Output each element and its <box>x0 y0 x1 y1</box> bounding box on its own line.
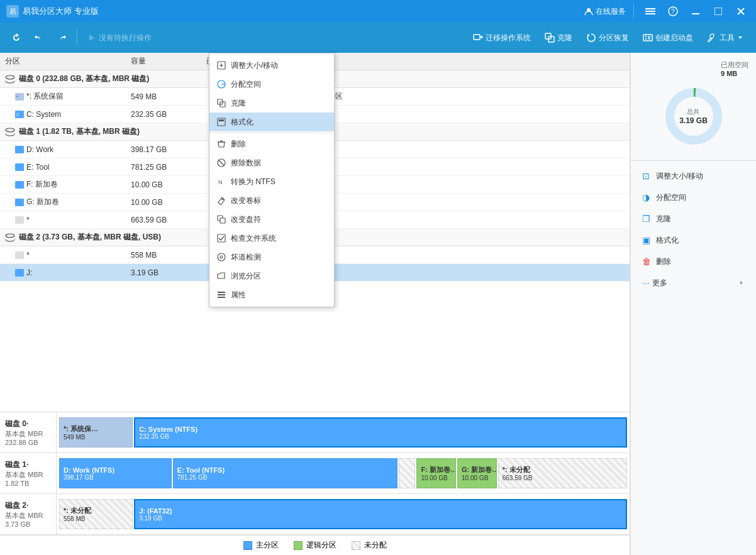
right-format-btn[interactable]: ▣ 格式化 <box>636 230 751 250</box>
svg-marker-12 <box>89 35 94 41</box>
ctx-clone[interactable]: 克隆 <box>209 94 334 113</box>
menu-btn[interactable] <box>642 3 659 20</box>
ctx-check-fs[interactable]: 检查文件系统 <box>209 229 334 248</box>
undo-btn[interactable] <box>29 27 49 48</box>
right-more-btn[interactable]: ··· 更多 <box>636 273 751 293</box>
right-delete-btn[interactable]: 🗑 删除 <box>636 251 751 272</box>
part-icon <box>15 199 24 206</box>
ctx-delete[interactable]: 删除 <box>209 135 334 153</box>
partition-name: G: 新加卷 <box>0 197 126 207</box>
clone-btn[interactable]: 克隆 <box>538 27 579 48</box>
online-service-btn[interactable]: 在线服务 <box>584 6 626 17</box>
svg-text:易: 易 <box>9 8 16 15</box>
ctx-allocate[interactable]: 分配空间 <box>209 75 334 94</box>
disk2-label: 磁盘 2· 基本盘 MBR 3.73 GB <box>0 494 57 534</box>
allocate-icon: ◑ <box>642 192 652 202</box>
chart-labels: 已用空间 9 MB <box>638 60 748 77</box>
resize-icon: ⊡ <box>642 171 652 181</box>
partition-capacity: 232.35 GB <box>126 110 201 119</box>
ctx-browse[interactable]: 浏览分区 <box>209 267 334 285</box>
legend-bar: 主分区 逻辑分区 未分配 <box>0 535 630 555</box>
help-icon: ? <box>668 6 678 16</box>
svg-rect-13 <box>474 35 480 40</box>
close-icon <box>737 8 745 15</box>
disk-segment[interactable] <box>399 458 416 488</box>
title-bar: 易 易我分区大师 专业版 在线服务 ? <box>0 0 756 23</box>
ctx-browse-icon <box>217 272 226 280</box>
migrate-os-btn[interactable]: 迁移操作系统 <box>467 27 537 48</box>
svg-text:?: ? <box>671 8 675 15</box>
main-content: 分区 容量 已用空间 类型 磁盘 0 (232.88 GB, 基本盘, MBR … <box>0 53 756 555</box>
part-icon: * <box>15 93 24 101</box>
svg-marker-45 <box>740 281 743 285</box>
tools-btn[interactable]: 工具 <box>701 27 750 48</box>
used-label: 已用空间 9 MB <box>721 60 748 77</box>
right-clone-btn[interactable]: ❐ 克隆 <box>636 209 751 229</box>
svg-rect-40 <box>15 251 24 259</box>
part-icon <box>15 146 24 153</box>
disk-segment[interactable]: E: Tool (NTFS) 781.25 GB <box>173 458 397 488</box>
svg-rect-33 <box>15 163 24 171</box>
disk2-bar: *: 未分配 558 MB J: (FAT32) 3.19 GB <box>57 494 630 534</box>
ctx-delete-icon <box>217 140 226 148</box>
disk-segment[interactable]: D: Work (NTFS) 398.17 GB <box>59 458 172 488</box>
ctx-format[interactable]: 格式化 <box>209 113 334 131</box>
svg-rect-19 <box>645 38 647 40</box>
svg-point-24 <box>6 75 14 79</box>
close-btn[interactable] <box>732 3 750 20</box>
disk-info-chart: 已用空间 9 MB 总共 3.19 GB <box>631 53 756 161</box>
right-allocate-btn[interactable]: ◑ 分配空间 <box>636 187 751 207</box>
disk-segment[interactable]: *: 未分配 663.59 GB <box>498 458 627 488</box>
partition-name: F: 新加卷 <box>0 179 126 190</box>
ctx-separator <box>209 133 334 133</box>
ctx-convert-ntfs[interactable]: N 转换为 NTFS <box>209 172 334 191</box>
ctx-wipe[interactable]: 擦除数据 <box>209 153 334 172</box>
redo-btn[interactable] <box>52 27 72 48</box>
app-title: 易我分区大师 专业版 <box>23 6 584 17</box>
ctx-change-letter[interactable]: 改变盘符 <box>209 210 334 229</box>
disk-segment[interactable]: *: 未分配 558 MB <box>59 499 133 529</box>
right-panel: 已用空间 9 MB 总共 3.19 GB ⊡ 调整大小/移动 <box>630 53 756 555</box>
ctx-surface-test[interactable]: 坏道检测 <box>209 248 334 267</box>
right-actions: ⊡ 调整大小/移动 ◑ 分配空间 ❐ 克隆 ▣ 格式化 🗑 删除 ··· <box>631 161 756 298</box>
disk0-bar: *: 系统保… 549 MB C: System (NTFS) 232.35 G… <box>57 412 630 453</box>
help-btn[interactable]: ? <box>664 3 682 20</box>
part-icon <box>15 181 24 189</box>
legend-logical: 逻辑分区 <box>294 540 336 551</box>
disk1-bar: D: Work (NTFS) 398.17 GB E: Tool (NTFS) … <box>57 453 630 493</box>
disk-visual-area: 磁盘 0· 基本盘 MBR 232.88 GB *: 系统保… 549 MB C… <box>0 412 630 535</box>
svg-rect-3 <box>645 8 655 9</box>
ctx-label-icon <box>217 196 226 205</box>
recovery-btn[interactable]: 分区恢复 <box>580 27 635 48</box>
ctx-change-label[interactable]: 改变卷标 <box>209 191 334 210</box>
boot-disk-btn[interactable]: 创建启动盘 <box>636 27 699 48</box>
ctx-resize-icon <box>217 61 226 70</box>
svg-text:N: N <box>218 179 223 185</box>
ctx-clone-icon <box>217 99 226 107</box>
chevron-right-icon <box>738 280 745 286</box>
disk-segment-selected[interactable]: C: System (NTFS) 232.35 GB <box>134 417 627 448</box>
refresh-btn[interactable] <box>6 27 26 48</box>
svg-text:*: * <box>16 95 18 99</box>
disk-segment[interactable]: F: 新加卷… 10.00 GB <box>416 458 456 488</box>
disk-segment-selected[interactable]: J: (FAT32) 3.19 GB <box>134 499 627 529</box>
ctx-properties-icon <box>217 290 226 299</box>
svg-text:C: C <box>16 113 19 117</box>
svg-rect-34 <box>15 181 24 189</box>
svg-rect-5 <box>645 13 655 14</box>
ctx-resize[interactable]: 调整大小/移动 <box>209 56 334 75</box>
ctx-properties[interactable]: 属性 <box>209 285 334 304</box>
clone-icon <box>545 33 555 43</box>
minimize-btn[interactable] <box>687 3 704 20</box>
right-resize-btn[interactable]: ⊡ 调整大小/移动 <box>636 166 751 186</box>
context-menu: 调整大小/移动 分配空间 克隆 格式化 删除 擦除数据 N 转换为 NTFS 改… <box>209 53 335 307</box>
disk-segment[interactable]: G: 新加卷… 10.00 GB <box>457 458 497 488</box>
col-header-capacity: 容量 <box>126 56 201 67</box>
svg-rect-18 <box>645 36 647 37</box>
partition-name: * <box>0 251 126 260</box>
disk1-visual: 磁盘 1· 基本盘 MBR 1.82 TB D: Work (NTFS) 398… <box>0 453 630 494</box>
disk-segment[interactable]: *: 系统保… 549 MB <box>59 417 133 448</box>
svg-rect-64 <box>218 297 225 298</box>
svg-rect-62 <box>218 292 225 293</box>
maximize-btn[interactable] <box>709 3 727 20</box>
